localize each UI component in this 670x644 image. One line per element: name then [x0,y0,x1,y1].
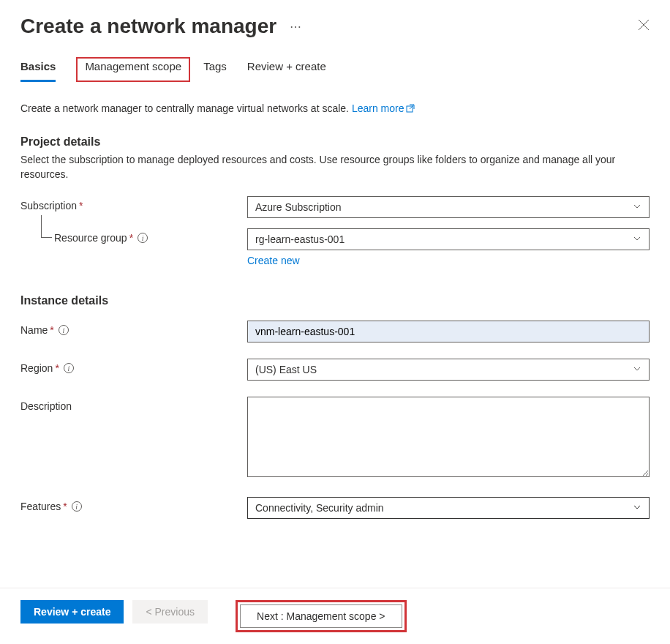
name-label-text: Name [20,324,48,336]
close-icon[interactable] [638,19,650,34]
external-link-icon [406,103,415,115]
chevron-down-icon [633,364,641,375]
info-icon[interactable]: i [64,363,74,373]
review-create-button[interactable]: Review + create [20,600,124,624]
subscription-select[interactable]: Azure Subscription [247,196,650,218]
next-button[interactable]: Next : Management scope > [240,604,402,628]
chevron-down-icon [633,201,641,213]
info-icon[interactable]: i [138,233,148,243]
resource-group-label-text: Resource group [54,232,127,244]
required-indicator: * [63,501,67,512]
features-label-text: Features [20,501,61,512]
description-label-text: Description [20,400,72,412]
description-label: Description [20,397,247,412]
subscription-label-text: Subscription [20,200,77,211]
svg-line-3 [410,105,414,109]
resource-group-value: rg-learn-eastus-001 [255,233,345,245]
tab-management-scope[interactable]: Management scope [76,57,190,82]
resource-group-select[interactable]: rg-learn-eastus-001 [247,228,650,250]
intro-text: Create a network manager to centrally ma… [20,102,650,115]
required-indicator: * [55,362,59,374]
region-value: (US) East US [255,364,317,375]
features-label: Features* i [20,497,247,512]
next-button-highlight: Next : Management scope > [236,600,407,632]
page-title: Create a network manager [20,15,276,38]
previous-button[interactable]: < Previous [132,600,208,624]
region-label: Region* i [20,359,247,374]
learn-more-link[interactable]: Learn more [352,102,415,114]
footer-bar: Review + create < Previous Next : Manage… [0,588,670,644]
learn-more-label: Learn more [352,102,404,114]
instance-details-title: Instance details [20,294,650,307]
name-field[interactable] [247,321,650,342]
tab-basics[interactable]: Basics [20,57,56,82]
subscription-value: Azure Subscription [255,201,342,213]
tab-bar: Basics Management scope Tags Review + cr… [0,45,670,82]
resource-group-label: Resource group* i [20,228,247,244]
features-select[interactable]: Connectivity, Security admin [247,497,650,519]
description-field[interactable] [247,397,650,477]
more-icon[interactable]: ⋯ [290,20,302,34]
tab-tags[interactable]: Tags [203,57,227,82]
name-label: Name* i [20,321,247,336]
required-indicator: * [129,232,133,244]
project-details-description: Select the subscription to manage deploy… [20,153,650,181]
features-value: Connectivity, Security admin [255,502,384,514]
chevron-down-icon [633,233,641,245]
subscription-label: Subscription* [20,196,247,211]
tab-review-create[interactable]: Review + create [247,57,326,82]
required-indicator: * [50,324,53,336]
region-select[interactable]: (US) East US [247,359,650,381]
project-details-title: Project details [20,135,650,149]
create-new-link[interactable]: Create new [247,255,300,266]
required-indicator: * [79,200,83,211]
info-icon[interactable]: i [59,325,69,335]
region-label-text: Region [20,362,53,374]
info-icon[interactable]: i [72,501,82,512]
chevron-down-icon [633,502,641,514]
intro-text-content: Create a network manager to centrally ma… [20,102,352,114]
